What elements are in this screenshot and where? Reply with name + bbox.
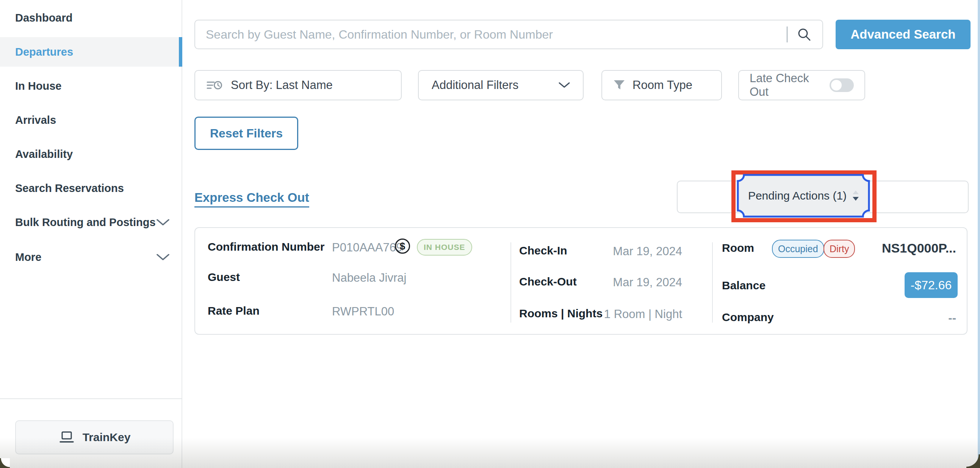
chevron-down-icon (156, 216, 169, 229)
late-checkout-filter: Late Check Out (738, 70, 865, 100)
check-in-label: Check-In (519, 244, 567, 257)
balance-amount-chip[interactable]: -$72.66 (905, 272, 958, 298)
in-house-status-badge: IN HOUSE (417, 239, 472, 255)
room-type-label: Room Type (633, 78, 692, 92)
sidebar-item-label: Departures (15, 46, 73, 58)
screen-corner-bottom-left (0, 458, 10, 468)
sidebar-divider (0, 398, 182, 399)
sort-arrows-icon[interactable] (853, 190, 859, 201)
sidebar-item-dashboard[interactable]: Dashboard (0, 3, 182, 33)
guest-label: Guest (208, 271, 240, 284)
sidebar-item-label: More (15, 251, 41, 263)
right-edge-panel-strip (978, 0, 980, 468)
reset-filters-button[interactable]: Reset Filters (194, 117, 298, 150)
search-bar (194, 20, 823, 49)
search-divider (787, 27, 788, 43)
sidebar-item-label: Dashboard (15, 12, 72, 24)
room-status-dirty-badge: Dirty (824, 240, 855, 258)
sort-by-time-icon (207, 79, 223, 91)
room-status-occupied-badge: Occupied (772, 240, 824, 258)
sort-by-label: Sort By: Last Name (231, 78, 333, 92)
express-checkout-link[interactable]: Express Check Out (194, 190, 309, 208)
additional-filters-label: Additional Filters (432, 78, 519, 92)
chevron-down-icon (558, 82, 570, 88)
advanced-search-button[interactable]: Advanced Search (835, 20, 970, 49)
guest-name-value: Nabeela Jivraj (332, 271, 406, 285)
check-out-label: Check-Out (519, 275, 577, 288)
departures-page: Dashboard Departures In House Arrivals A… (0, 0, 980, 468)
sidebar-item-more[interactable]: More (0, 242, 182, 272)
card-divider (511, 242, 511, 323)
tab-pending-actions-label: Pending Actions (1) (748, 189, 846, 202)
funnel-icon (614, 80, 625, 90)
rate-plan-value: RWPRTL00 (332, 305, 394, 319)
room-number-value: NS1Q000P... (864, 241, 956, 255)
sidebar-item-availability[interactable]: Availability (0, 140, 182, 169)
check-out-value: Mar 19, 2024 (568, 276, 682, 289)
chevron-down-icon (156, 251, 169, 263)
room-type-filter[interactable]: Room Type (601, 70, 722, 100)
toggle-knob (831, 80, 842, 90)
sidebar-item-in-house[interactable]: In House (0, 71, 182, 101)
late-checkout-toggle[interactable] (830, 78, 854, 92)
screen-corner-bottom-right (966, 454, 980, 468)
search-input[interactable] (205, 21, 787, 48)
company-label: Company (722, 311, 774, 324)
card-divider (712, 242, 713, 323)
sort-by-dropdown[interactable]: Sort By: Last Name (194, 70, 402, 100)
sidebar-item-departures[interactable]: Departures (0, 37, 182, 67)
payment-dollar-icon[interactable]: $ (395, 238, 410, 254)
sidebar-item-arrivals[interactable]: Arrivals (0, 105, 182, 135)
rate-plan-label: Rate Plan (208, 305, 259, 317)
additional-filters-dropdown[interactable]: Additional Filters (418, 70, 584, 100)
sidebar-item-search-reservations[interactable]: Search Reservations (0, 173, 182, 203)
sidebar: Dashboard Departures In House Arrivals A… (0, 0, 182, 468)
sidebar-item-bulk-routing[interactable]: Bulk Routing and Postings (0, 208, 182, 237)
confirmation-number-label: Confirmation Number (208, 240, 325, 253)
trainkey-label: TrainKey (83, 431, 131, 444)
late-checkout-label: Late Check Out (749, 71, 830, 99)
check-in-value: Mar 19, 2024 (568, 244, 682, 258)
room-label: Room (722, 241, 754, 254)
sidebar-item-label: Arrivals (15, 114, 56, 127)
confirmation-number-value: P010AAA769 (332, 241, 402, 254)
trainkey-button[interactable]: TrainKey (15, 420, 173, 454)
sidebar-item-label: Bulk Routing and Postings (15, 216, 156, 229)
tab-pending-actions[interactable]: Pending Actions (1) (737, 174, 870, 218)
search-icon[interactable] (797, 28, 811, 41)
rooms-nights-value: 1 Room | Night (568, 308, 682, 321)
sidebar-item-label: In House (15, 80, 61, 92)
company-value: -- (880, 311, 956, 325)
sidebar-item-label: Availability (15, 148, 73, 160)
laptop-icon (58, 431, 75, 444)
balance-label: Balance (722, 279, 765, 292)
sidebar-item-label: Search Reservations (15, 182, 124, 195)
active-indicator-bar (179, 37, 182, 67)
